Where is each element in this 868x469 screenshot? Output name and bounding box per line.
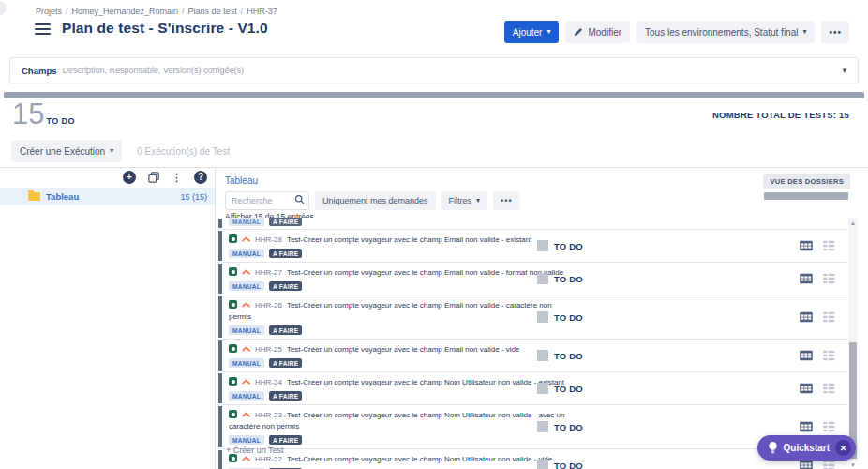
row-actions (800, 422, 835, 432)
row-title: Test-Créer un compte voyageur avec le ch… (287, 455, 552, 463)
list-view-icon[interactable] (823, 422, 835, 432)
folders-view-button[interactable]: VUE DES DOSSIERS (763, 174, 850, 189)
add-folder-button[interactable]: + (123, 171, 136, 184)
table-row[interactable]: HHR-22Test-Créer un compte voyageur avec… (217, 449, 847, 469)
badge-manual: MANUAL (229, 358, 264, 368)
list-view-icon[interactable] (823, 384, 835, 394)
breadcrumb-item[interactable]: HHR-37 (247, 7, 277, 16)
status-square-icon (537, 311, 548, 323)
dataset-table-icon[interactable] (800, 351, 813, 361)
list-view-icon[interactable] (823, 461, 835, 469)
row-actions (800, 351, 835, 361)
table-row[interactable]: HHR-26Test-Créer un compte voyageur avec… (217, 295, 847, 340)
folder-progress-bar (764, 192, 848, 200)
create-execution-label: Créer une Exécution (20, 146, 105, 157)
table-row[interactable]: HHR-24Test-Créer un compte voyageur avec… (217, 372, 847, 405)
row-status-label: TO DO (554, 461, 583, 469)
badge-a-faire: A FAIRE (269, 249, 303, 258)
priority-medium-icon (242, 346, 250, 352)
row-status: TO DO (537, 460, 583, 469)
badge-a-faire: A FAIRE (269, 218, 303, 226)
scroll-up-arrow-icon[interactable]: ▲ (848, 219, 858, 227)
table-row[interactable]: HHR-28Test-Créer un compte voyageur avec… (217, 230, 847, 263)
quickstart-button[interactable]: Quickstart ✕ (757, 435, 856, 461)
test-type-icon (229, 234, 237, 243)
environments-filter-button[interactable]: Tous les environnements, Statut final ▾ (636, 21, 815, 43)
dataset-table-icon[interactable] (800, 312, 813, 323)
panel-title-link[interactable]: Tableau (225, 175, 258, 186)
row-badges: MANUALA FAIRE (229, 325, 735, 335)
modifier-button[interactable]: Modifier (565, 21, 630, 43)
row-status: TO DO (537, 383, 583, 394)
table-more-button[interactable]: ••• (493, 191, 519, 210)
breadcrumb-item[interactable]: Homey_Hernandez_Romain (72, 7, 179, 16)
row-status: TO DO (537, 240, 583, 251)
folder-icon (28, 192, 40, 201)
executions-count: 0 Exécution(s) de Test (137, 146, 230, 157)
status-square-icon (537, 350, 548, 361)
list-view-icon[interactable] (823, 312, 835, 323)
chevron-down-icon: ▾ (546, 28, 550, 36)
page-title: Plan de test - S'inscrire - V1.0 (62, 20, 268, 37)
priority-medium-icon (242, 379, 250, 385)
environments-filter-label: Tous les environnements, Statut final (645, 27, 798, 38)
row-status-label: TO DO (554, 384, 583, 394)
badge-a-faire: A FAIRE (269, 358, 303, 368)
list-view-icon[interactable] (823, 351, 835, 361)
my-requests-button[interactable]: Uniquement mes demandes (315, 191, 436, 210)
dataset-table-icon[interactable] (800, 384, 813, 394)
quickstart-close-button[interactable]: ✕ (835, 440, 851, 456)
row-status-label: TO DO (554, 274, 583, 284)
test-type-icon (229, 377, 237, 386)
list-view-icon[interactable] (823, 241, 835, 251)
breadcrumb-item[interactable]: Projets (36, 7, 62, 16)
table-row[interactable]: HHR-23Test-Créer un compte voyageur avec… (217, 405, 847, 449)
row-key: HHR-26 (255, 301, 282, 310)
edge-avatar-circle (0, 1, 7, 15)
ajouter-button[interactable]: Ajouter ▾ (504, 21, 560, 43)
help-button[interactable]: ? (194, 171, 207, 184)
dataset-table-icon[interactable] (800, 241, 813, 251)
plus-icon: + (123, 171, 136, 184)
row-actions (800, 274, 835, 284)
row-text: HHR-24Test-Créer un compte voyageur avec… (229, 377, 571, 388)
row-key: HHR-22 (255, 455, 282, 463)
create-test-link[interactable]: + Créer un Test (226, 446, 284, 455)
priority-medium-icon (242, 456, 250, 461)
list-view-icon[interactable] (823, 274, 835, 284)
breadcrumb-item[interactable]: Plans de test (188, 7, 237, 16)
menu-icon[interactable] (35, 23, 51, 36)
badge-manual: MANUAL (229, 391, 264, 401)
pencil-icon (574, 27, 583, 37)
scroll-down-arrow-icon[interactable]: ▼ (848, 461, 858, 469)
dataset-table-icon[interactable] (800, 461, 813, 469)
champs-panel[interactable]: Champs Description, Responsable, Version… (9, 57, 859, 83)
test-type-icon (229, 267, 237, 276)
table-row[interactable]: HHR-27Test-Créer un compte voyageur avec… (217, 263, 847, 295)
table-row[interactable]: HHR-25Test-Créer un compte voyageur avec… (217, 340, 847, 372)
total-tests-label: NOMBRE TOTAL DE TESTS: 15 (712, 110, 849, 120)
row-text: HHR-25Test-Créer un compte voyageur avec… (229, 344, 571, 356)
status-square-icon (537, 460, 548, 469)
create-execution-button[interactable]: Créer une Exécution ▾ (11, 140, 122, 162)
sidebar-more-button[interactable]: ⋮ (172, 173, 182, 183)
row-badges: MANUALA FAIRE (229, 249, 735, 258)
status-square-icon (537, 240, 548, 251)
breadcrumb-separator: / (241, 7, 244, 16)
dataset-table-icon[interactable] (800, 422, 813, 432)
todo-count: 15 TO DO (12, 99, 75, 129)
filters-button[interactable]: Filtres ▾ (441, 191, 488, 210)
filters-label: Filtres (449, 196, 472, 205)
priority-medium-icon (242, 236, 250, 242)
chevron-down-icon: ▾ (110, 147, 113, 155)
header-more-button[interactable]: ••• (821, 21, 849, 43)
table-row-partial[interactable]: MANUALA FAIRE (217, 218, 847, 230)
todo-count-number: 15 (12, 99, 44, 129)
row-status: TO DO (537, 421, 583, 432)
sidebar-item-tableau[interactable]: Tableau 15 (15) (0, 188, 215, 205)
copy-folders-button[interactable] (148, 172, 159, 183)
dataset-table-icon[interactable] (800, 274, 813, 284)
vertical-scrollbar[interactable]: ▲ ▼ (848, 218, 858, 461)
status-square-icon (537, 421, 548, 432)
chevron-down-icon: ▾ (802, 28, 806, 36)
